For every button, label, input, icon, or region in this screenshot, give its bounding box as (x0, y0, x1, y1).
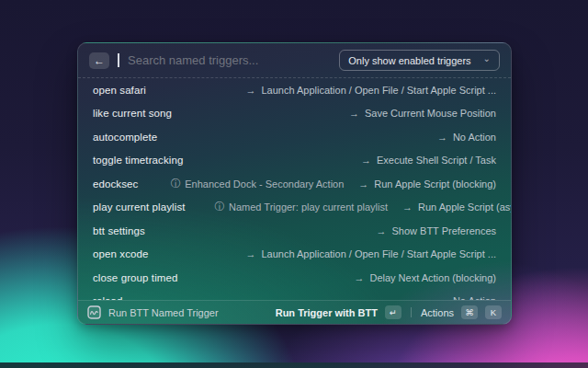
chevron-down-icon: ⌄ (483, 54, 491, 63)
trigger-action-text: No Action (453, 132, 496, 143)
trigger-title: edocksec (93, 178, 138, 190)
footer-divider (411, 307, 412, 317)
trigger-subtitle: ⓘ Named Trigger: play current playlist (215, 201, 389, 213)
header: ← Only show enabled triggers ⌄ (78, 43, 511, 78)
trigger-action-text: Run Apple Script (async in background) (418, 201, 511, 213)
trigger-action-text: Launch Application / Open File / Start A… (261, 85, 496, 96)
back-button[interactable]: ← (89, 52, 109, 69)
wallpaper-bottom-strip (0, 362, 588, 368)
trigger-title: play current playlist (93, 201, 186, 213)
arrow-right-icon: → (376, 225, 386, 236)
list-item[interactable]: toggle timetracking → Execute Shell Scri… (78, 149, 511, 173)
arrow-right-icon: → (361, 155, 371, 166)
arrow-right-icon: → (245, 248, 255, 259)
trigger-action: → Launch Application / Open File / Start… (245, 248, 496, 259)
trigger-title: toggle timetracking (93, 155, 183, 166)
trigger-action: → Show BTT Preferences (376, 225, 496, 236)
actions-button[interactable]: Actions (421, 307, 454, 318)
trigger-subtitle-text: Named Trigger: play current playlist (229, 201, 388, 213)
trigger-action-text: Save Current Mouse Position (365, 108, 496, 119)
back-arrow-icon: ← (94, 55, 105, 66)
list-item[interactable]: edocksec ⓘ Enhanced Dock - Secondary Act… (78, 172, 511, 196)
trigger-action: → Save Current Mouse Position (349, 108, 496, 119)
trigger-subtitle-text: Enhanced Dock - Secondary Action (185, 178, 344, 190)
list-item[interactable]: btt settings → Show BTT Preferences (78, 219, 511, 243)
list-item[interactable]: open safari → Launch Application / Open … (78, 78, 511, 102)
list-item[interactable]: open xcode → Launch Application / Open F… (78, 243, 511, 267)
arrow-right-icon: → (437, 132, 447, 143)
trigger-title: like current song (93, 108, 172, 119)
trigger-title: open safari (93, 85, 146, 96)
k-key[interactable]: K (485, 305, 502, 319)
trigger-action: → Launch Application / Open File / Start… (245, 85, 496, 96)
arrow-right-icon: → (402, 201, 413, 213)
trigger-title: open xcode (93, 248, 148, 259)
trigger-action: → Run Apple Script (async in background) (402, 201, 511, 213)
footer-app-label: Run BTT Named Trigger (108, 307, 219, 318)
trigger-title: close group timed (93, 272, 177, 283)
arrow-right-icon: → (349, 108, 359, 119)
trigger-title: btt settings (93, 225, 145, 236)
return-key-icon[interactable]: ↵ (385, 305, 401, 319)
trigger-action: → Execute Shell Script / Task (361, 155, 496, 166)
trigger-action-text: Launch Application / Open File / Start A… (261, 248, 496, 259)
filter-dropdown[interactable]: Only show enabled triggers ⌄ (339, 50, 500, 71)
trigger-action: → Run Apple Script (blocking) (358, 178, 496, 190)
list-item[interactable]: close group timed → Delay Next Action (b… (78, 266, 511, 290)
list-item[interactable]: like current song → Save Current Mouse P… (78, 102, 511, 126)
trigger-action-text: Show BTT Preferences (391, 225, 496, 236)
footer: Run BTT Named Trigger Run Trigger with B… (78, 300, 511, 324)
trigger-action-text: Execute Shell Script / Task (377, 155, 496, 166)
trigger-subtitle: ⓘ Enhanced Dock - Secondary Action (171, 178, 345, 190)
trigger-list: open safari → Launch Application / Open … (78, 78, 511, 300)
trigger-action-text: Delay Next Action (blocking) (369, 272, 496, 283)
command-key-icon[interactable]: ⌘ (461, 305, 478, 319)
launcher-window: ← Only show enabled triggers ⌄ open safa… (77, 42, 512, 325)
arrow-right-icon: → (358, 178, 368, 190)
trigger-action: → No Action (437, 132, 496, 143)
list-item[interactable]: play current playlist ⓘ Named Trigger: p… (78, 196, 511, 220)
trigger-title: autocomplete (93, 132, 157, 143)
list-item[interactable]: autocomplete → No Action (78, 125, 511, 149)
info-icon: ⓘ (171, 178, 181, 190)
trigger-action: → Delay Next Action (blocking) (354, 272, 496, 283)
arrow-right-icon: → (354, 272, 364, 283)
trigger-action-text: Run Apple Script (blocking) (374, 178, 496, 190)
arrow-right-icon: → (245, 85, 255, 96)
info-icon: ⓘ (215, 201, 225, 213)
list-item[interactable]: reload → No Action (78, 290, 511, 301)
search-input[interactable] (128, 53, 331, 67)
text-caret (118, 53, 119, 67)
btt-app-icon (87, 305, 101, 319)
filter-dropdown-label: Only show enabled triggers (348, 55, 470, 66)
primary-action-label[interactable]: Run Trigger with BTT (276, 307, 378, 318)
